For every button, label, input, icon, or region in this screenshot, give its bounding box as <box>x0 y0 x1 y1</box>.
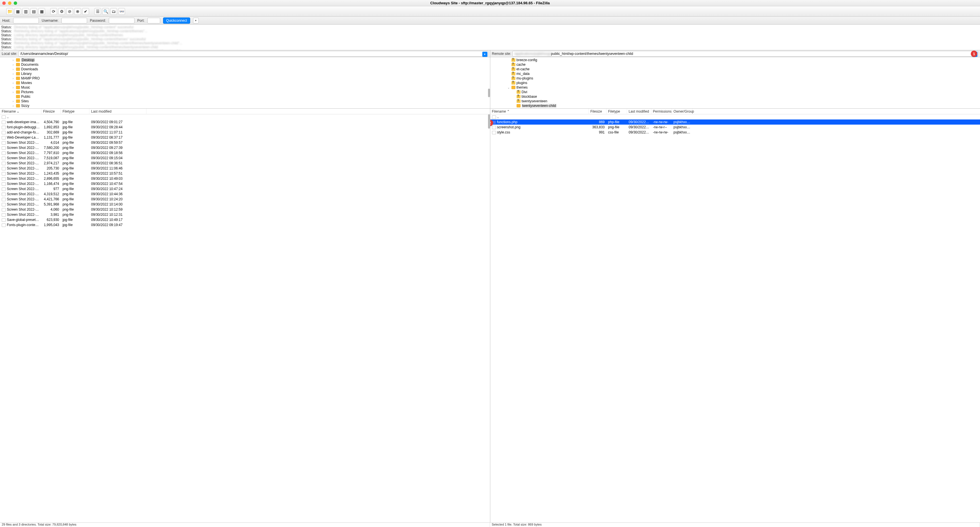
file-row[interactable]: add-and-change-font..302,669jpg-file09/3… <box>0 130 490 135</box>
expand-toggle[interactable]: › <box>11 59 15 62</box>
file-row[interactable]: Screen Shot 2022-09..7,519,087png-file09… <box>0 155 490 161</box>
cancel-icon[interactable]: ⊘ <box>66 8 73 15</box>
expand-toggle[interactable]: › <box>11 63 15 66</box>
tree-item[interactable]: ›MAMP PRO <box>1 76 489 81</box>
search-icon[interactable]: 🔍 <box>102 8 109 15</box>
tree-item[interactable]: twentyseventeen <box>492 99 979 104</box>
tree-item[interactable]: blockbase <box>492 94 979 99</box>
reconnect-icon[interactable]: ✔ <box>82 8 89 15</box>
file-row[interactable]: font-plugin-debuggin..1,892,853jpg-file0… <box>0 125 490 130</box>
col-filename[interactable]: Filename⌄ <box>0 109 41 114</box>
tree-item[interactable]: Divi <box>492 90 979 94</box>
tree-item[interactable]: plugins <box>492 81 979 85</box>
quickconnect-history-dropdown[interactable]: ▾ <box>193 18 199 24</box>
expand-toggle[interactable]: ⌄ <box>507 86 510 89</box>
col-filesize[interactable]: Filesize <box>589 109 606 114</box>
expand-toggle[interactable]: › <box>11 68 15 71</box>
tree-item[interactable]: breeze-config <box>492 58 979 62</box>
file-row[interactable]: web-developer-imag..4,504,790jpg-file09/… <box>0 120 490 125</box>
username-input[interactable] <box>61 18 87 24</box>
file-row[interactable]: Screen Shot 2022-09..205,730png-file09/3… <box>0 166 490 171</box>
col-owner-group[interactable]: Owner/Group <box>672 109 692 114</box>
toggle-log-icon[interactable]: ▦ <box>14 8 21 15</box>
file-row[interactable]: Screen Shot 2022-09..4,319,512png-file09… <box>0 192 490 196</box>
col-last-modified[interactable]: Last modified <box>89 109 146 114</box>
refresh-icon[interactable]: ⟳ <box>50 8 57 15</box>
tree-item[interactable]: Public <box>1 94 489 99</box>
scrollbar-thumb[interactable] <box>488 114 490 129</box>
scrollbar-thumb[interactable] <box>488 89 490 97</box>
host-input[interactable] <box>13 18 39 24</box>
minimize-window[interactable] <box>8 2 11 5</box>
file-row[interactable]: Screen Shot 2022-09..4,060png-file09/30/… <box>0 207 490 212</box>
tree-item[interactable]: ›Downloads <box>1 67 489 72</box>
tree-item[interactable]: mu-plugins <box>492 76 979 81</box>
parent-dir-row[interactable]: .. <box>0 114 490 120</box>
toggle-local-tree-icon[interactable]: ▥ <box>22 8 29 15</box>
expand-toggle[interactable]: › <box>11 81 15 85</box>
close-window[interactable] <box>2 2 6 5</box>
file-row[interactable]: Screen Shot 2022-09..1,166,474png-file09… <box>0 181 490 186</box>
tree-item[interactable]: ›Sites <box>1 99 489 104</box>
expand-toggle[interactable]: › <box>11 72 15 75</box>
port-input[interactable] <box>147 18 160 24</box>
file-row[interactable]: Screen Shot 2022-09..4,421,766png-file09… <box>0 196 490 202</box>
local-file-list[interactable]: ..web-developer-imag..4,504,790jpg-file0… <box>0 114 490 522</box>
toggle-queue-icon[interactable]: ▦ <box>38 8 45 15</box>
file-row[interactable]: Screen Shot 2022-09..3,981png-file09/30/… <box>0 212 490 217</box>
expand-toggle[interactable]: › <box>11 104 15 107</box>
file-row[interactable]: screenshot.png363,833png-file09/30/2022 … <box>490 125 980 130</box>
col-filetype[interactable]: Filetype <box>61 109 89 114</box>
file-row[interactable]: Screen Shot 2022-09..2,974,217png-file09… <box>0 161 490 166</box>
quickconnect-button[interactable]: Quickconnect <box>163 18 190 24</box>
local-path-dropdown[interactable]: ▾ <box>482 52 487 57</box>
expand-toggle[interactable]: › <box>11 91 15 94</box>
local-directory-tree[interactable]: ›Desktop›Documents›Downloads›Library›MAM… <box>0 57 490 109</box>
file-row[interactable]: Save-global-preset.jpg623,930jpg-file09/… <box>0 217 490 222</box>
file-row[interactable]: Screen Shot 2022-09..7,797,810png-file09… <box>0 150 490 155</box>
toggle-remote-tree-icon[interactable]: ▤ <box>30 8 37 15</box>
file-row[interactable]: Screen Shot 2022-09..5,391,968png-file09… <box>0 202 490 207</box>
tree-item[interactable]: ›Documents <box>1 62 489 67</box>
disconnect-icon[interactable]: ⊗ <box>74 8 81 15</box>
password-input[interactable] <box>109 18 135 24</box>
queue-icon[interactable]: ☰ <box>94 8 101 15</box>
tree-item[interactable]: ›Movies <box>1 81 489 85</box>
message-log[interactable]: Status:Directory listing of "/applicatio… <box>0 25 980 50</box>
parent-dir-row[interactable]: .. <box>490 114 980 120</box>
remote-file-list[interactable]: 2 ..functions.php869php-file09/30/2022 1… <box>490 114 980 522</box>
file-row[interactable]: style.css991css-file09/30/2022 1...-rw-r… <box>490 130 980 135</box>
tree-item[interactable]: cache <box>492 62 979 67</box>
sync-browse-icon[interactable]: 👓 <box>118 8 125 15</box>
zoom-window[interactable] <box>14 2 17 5</box>
tree-item[interactable]: ⌄themes <box>492 85 979 90</box>
col-filename[interactable]: Filename⌃ <box>490 109 589 114</box>
col-filetype[interactable]: Filetype <box>606 109 627 114</box>
filter-icon[interactable]: ⚙ <box>58 8 65 15</box>
tree-item[interactable]: ›Pictures <box>1 90 489 94</box>
file-row[interactable]: Screen Shot 2022-09..7,580,200png-file09… <box>0 145 490 150</box>
file-row[interactable]: Screen Shot 2022-09..4,014png-file09/30/… <box>0 140 490 145</box>
expand-toggle[interactable]: › <box>11 100 15 103</box>
tree-item[interactable]: ›Library <box>1 72 489 76</box>
file-row[interactable]: functions.php869php-file09/30/2022 1...-… <box>490 120 980 125</box>
remote-directory-tree[interactable]: breeze-config cache et-cache mc_data mu-… <box>490 57 980 109</box>
local-site-path-input[interactable]: /Users/deannamclean/Desktop/ ▾ <box>18 51 488 57</box>
tree-item[interactable]: twentyseventeen-child <box>492 104 979 108</box>
file-row[interactable]: Screen Shot 2022-09..1,243,435png-file09… <box>0 171 490 176</box>
tree-item[interactable]: mc_data <box>492 72 979 76</box>
expand-toggle[interactable]: › <box>11 86 15 89</box>
col-filesize[interactable]: Filesize <box>41 109 61 114</box>
remote-site-path-input[interactable]: /applications/psjbkhxxyj/public_html/wp-… <box>512 51 978 57</box>
site-manager-icon[interactable]: 📁 <box>6 8 13 15</box>
file-row[interactable]: Screen Shot 2022-09..977png-file09/30/20… <box>0 186 490 192</box>
tree-item[interactable]: et-cache <box>492 67 979 72</box>
col-last-modified[interactable]: Last modified <box>627 109 651 114</box>
expand-toggle[interactable]: › <box>11 77 15 80</box>
tree-item[interactable]: ›Music <box>1 85 489 90</box>
file-row[interactable]: Fonts-plugin-content..1,995,043jpg-file0… <box>0 222 490 227</box>
file-row[interactable]: Screen Shot 2022-09..2,896,655png-file09… <box>0 176 490 181</box>
compare-icon[interactable]: 🗂 <box>110 8 117 15</box>
file-row[interactable]: Web-Developer-Layo..1,131,777jpg-file09/… <box>0 135 490 140</box>
tree-item[interactable]: ›Sizzy <box>1 104 489 108</box>
